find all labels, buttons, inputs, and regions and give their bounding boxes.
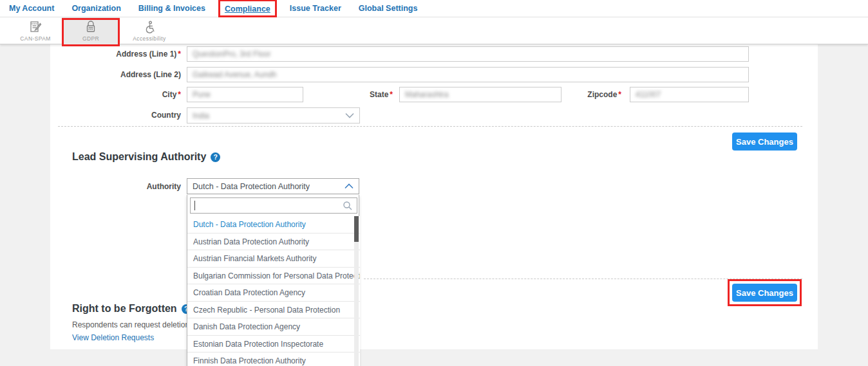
zipcode-input[interactable]: 411007 — [630, 87, 749, 102]
section-divider — [364, 279, 802, 279]
view-deletion-requests-link[interactable]: View Deletion Requests — [72, 333, 154, 342]
tab-compliance[interactable]: Compliance — [225, 5, 270, 14]
toolbar-item-label: Accessibility — [133, 35, 166, 42]
address-line-2-label: Address (Line 2) — [50, 70, 181, 79]
chevron-down-icon — [345, 113, 354, 118]
country-label: Country — [50, 111, 181, 120]
authority-option-list: Dutch - Data Protection Authority Austri… — [187, 216, 360, 366]
authority-option[interactable]: Dutch - Data Protection Authority — [187, 216, 360, 233]
authority-label: Authority — [50, 182, 181, 191]
search-icon — [343, 201, 353, 211]
authority-option[interactable]: Bulgarian Commission for Personal Data P… — [187, 268, 360, 285]
authority-option[interactable]: Austrian Financial Markets Authority — [187, 250, 360, 268]
tab-organization[interactable]: Organization — [71, 4, 120, 13]
toolbar-item-gdpr[interactable]: GDPR — [62, 17, 120, 44]
wheelchair-icon — [142, 20, 156, 34]
section-divider — [58, 126, 802, 127]
city-value: Pune — [193, 90, 211, 99]
padlock-icon — [84, 20, 98, 34]
zipcode-label: Zipcode* — [491, 90, 621, 99]
required-asterisk: * — [390, 90, 393, 99]
required-asterisk: * — [178, 90, 181, 99]
authority-dropdown-panel: Dutch - Data Protection Authority Austri… — [187, 195, 359, 366]
right-to-be-forgotten-title: Right to be Forgotten ? — [72, 303, 191, 315]
annotation-box-compliance: Compliance — [218, 0, 277, 17]
address-line-2-input[interactable]: Gaikwad Avenue, Aundh — [187, 67, 749, 82]
dropdown-scrollbar-thumb[interactable] — [354, 216, 359, 242]
authority-option[interactable]: Czech Republic - Personal Data Protectio… — [187, 302, 360, 319]
gdpr-settings-panel: Address (Line 1)* QuestionPro, 3rd Floor… — [50, 44, 818, 349]
address-line-1-input[interactable]: QuestionPro, 3rd Floor — [187, 46, 749, 62]
address-line-1-value: QuestionPro, 3rd Floor — [193, 50, 270, 59]
tab-my-account[interactable]: My Account — [9, 4, 54, 13]
save-changes-button-address[interactable]: Save Changes — [732, 133, 797, 151]
authority-option[interactable]: Estonian Data Protection Inspectorate — [187, 336, 360, 353]
tab-billing-invoices[interactable]: Billing & Invoices — [138, 4, 205, 13]
city-label: City* — [50, 90, 181, 99]
toolbar-item-accessibility[interactable]: Accessibility — [120, 17, 179, 44]
authority-selected-value: Dutch - Data Protection Authority — [193, 182, 310, 191]
lead-supervising-authority-title: Lead Supervising Authority ? — [72, 151, 220, 163]
toolbar-item-can-spam[interactable]: CAN-SPAM — [6, 17, 64, 44]
help-icon[interactable]: ? — [211, 152, 220, 162]
top-nav: My Account Organization Billing & Invoic… — [0, 0, 868, 17]
country-select[interactable]: India — [187, 107, 360, 124]
required-asterisk: * — [178, 50, 181, 59]
chevron-up-icon — [344, 183, 354, 189]
text-cursor — [194, 201, 195, 210]
compliance-toolbar: CAN-SPAM GDPR Accessibility — [0, 17, 868, 44]
state-value: Maharashtra — [405, 90, 448, 99]
rtbf-description: Respondents can request deletion of — [72, 320, 198, 329]
authority-search-input[interactable] — [190, 197, 357, 214]
toolbar-item-label: CAN-SPAM — [20, 35, 50, 42]
tab-global-settings[interactable]: Global Settings — [359, 4, 418, 13]
authority-option[interactable]: Finnish Data Protection Authority — [187, 352, 360, 366]
address-line-2-value: Gaikwad Avenue, Aundh — [193, 70, 277, 79]
address-line-1-label: Address (Line 1)* — [50, 50, 181, 59]
dropdown-scrollbar-track[interactable] — [354, 216, 359, 366]
authority-option[interactable]: Austrian Data Protection Authority — [187, 233, 360, 251]
authority-option[interactable]: Croatian Data Protection Agency — [187, 284, 360, 302]
required-asterisk: * — [618, 90, 621, 99]
save-changes-button-authority[interactable]: Save Changes — [732, 284, 797, 302]
zipcode-value: 411007 — [636, 90, 661, 99]
country-value: India — [193, 111, 209, 120]
toolbar-item-label: GDPR — [82, 35, 99, 42]
authority-select[interactable]: Dutch - Data Protection Authority — [187, 178, 359, 194]
authority-option[interactable]: Danish Data Protection Agency — [187, 318, 360, 336]
state-label: State* — [262, 90, 393, 99]
tab-issue-tracker[interactable]: Issue Tracker — [290, 4, 341, 13]
document-edit-icon — [28, 20, 42, 34]
